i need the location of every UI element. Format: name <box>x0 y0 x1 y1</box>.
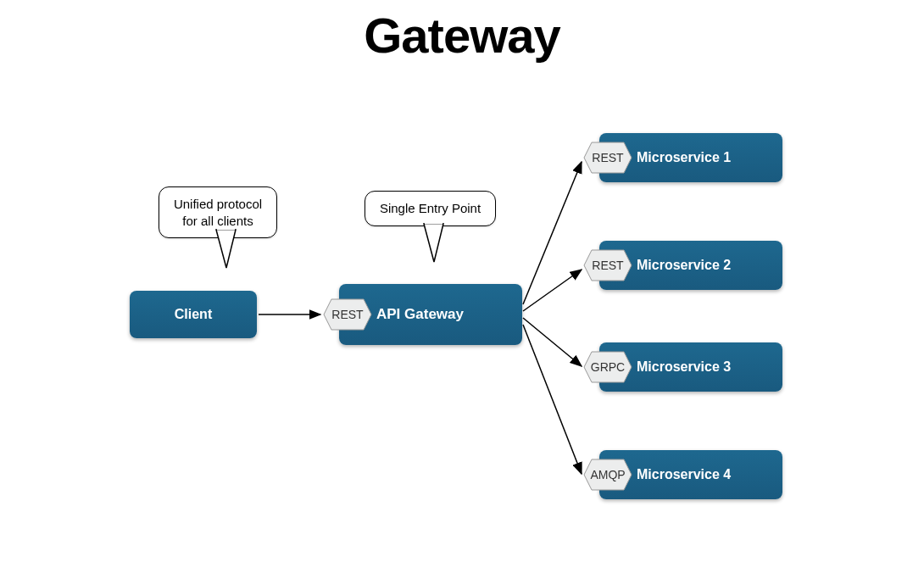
node-label: API Gateway <box>376 306 464 323</box>
node-client: Client <box>130 291 257 338</box>
callout-text: Unified protocol for all clients <box>174 197 262 228</box>
protocol-badge-ms3: GRPC <box>583 351 632 383</box>
protocol-badge-gateway: REST <box>323 298 372 331</box>
protocol-label: REST <box>592 151 623 164</box>
arrows-layer <box>0 0 924 562</box>
svg-line-5 <box>523 325 582 474</box>
callout-entry-point: Single Entry Point <box>365 191 496 226</box>
protocol-badge-ms4: AMQP <box>583 459 632 491</box>
protocol-label: AMQP <box>590 468 625 481</box>
callout-tail-icon <box>214 229 241 275</box>
protocol-badge-ms2: REST <box>583 249 632 281</box>
callout-tail-icon <box>421 223 448 270</box>
svg-line-3 <box>523 270 582 311</box>
node-label: Client <box>175 307 212 322</box>
node-label: Microservice 3 <box>637 359 731 375</box>
diagram-title: Gateway <box>364 7 560 64</box>
protocol-badge-ms1: REST <box>583 142 632 174</box>
protocol-label: REST <box>592 259 623 272</box>
protocol-label: REST <box>331 308 363 321</box>
protocol-label: GRPC <box>591 360 625 374</box>
svg-line-4 <box>523 318 582 366</box>
svg-line-2 <box>523 162 582 304</box>
node-label: Microservice 2 <box>637 258 731 273</box>
node-label: Microservice 4 <box>637 467 731 482</box>
callout-text: Single Entry Point <box>380 201 481 215</box>
node-label: Microservice 1 <box>637 150 731 165</box>
